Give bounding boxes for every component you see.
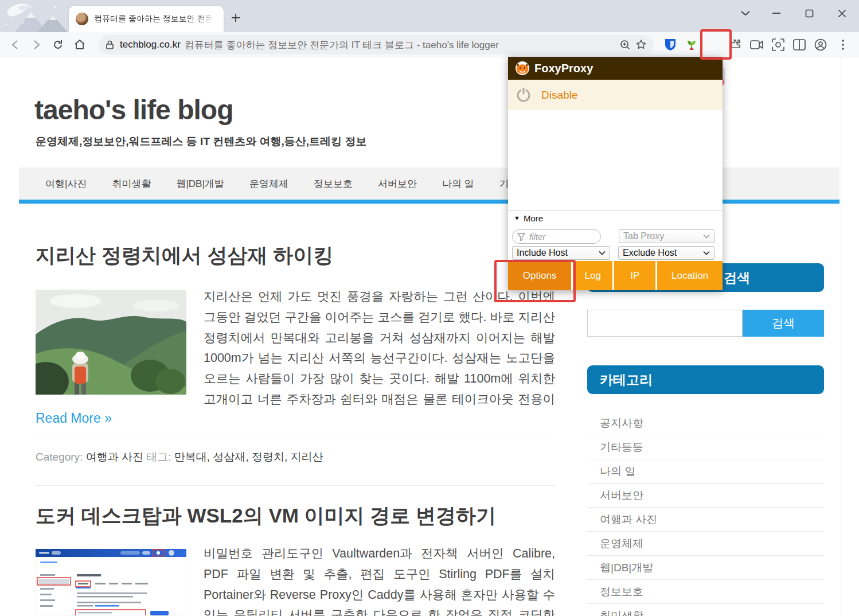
post1-tags[interactable]: 만복대, 성삼재, 정령치, 지리산 <box>174 451 323 463</box>
zoom-in-icon[interactable] <box>620 40 631 50</box>
post1-read-more-link[interactable]: Read More » <box>36 411 112 426</box>
back-button[interactable] <box>6 35 25 54</box>
home-button[interactable] <box>70 35 89 54</box>
chevron-down-icon <box>599 251 606 255</box>
screenshot-icon[interactable] <box>768 35 788 54</box>
split-screen-icon[interactable] <box>790 35 809 54</box>
reload-button[interactable] <box>48 35 68 54</box>
category-item-notice[interactable]: 공지사항 <box>587 411 824 435</box>
category-label: Category: <box>36 451 83 463</box>
theme-art-decoration <box>0 0 68 32</box>
nav-item-os[interactable]: 운영체제 <box>237 177 301 190</box>
search-button[interactable]: 검색 <box>743 310 824 337</box>
blog-tagline: 운영체제,정보보안,워드프레스 등 IT 컨텐츠와 여행,등산,트레킹 정보 <box>36 134 366 149</box>
category-item-os[interactable]: 운영체제 <box>587 532 824 556</box>
mountain-photo <box>36 290 186 395</box>
nav-item-hobby[interactable]: 취미생활 <box>99 177 163 190</box>
post1-title[interactable]: 지리산 정령치에서 성삼재 하이킹 <box>36 242 333 269</box>
url-bar[interactable]: techblog.co.kr 컴퓨터를 좋아하는 정보보안 전문가의 IT 테크… <box>99 35 654 54</box>
filter-input[interactable] <box>528 231 591 242</box>
foxyproxy-popup-header: FoxyProxy <box>508 57 723 80</box>
disable-label: Disable <box>541 89 577 102</box>
chevron-down-icon <box>703 234 710 239</box>
category-item-hobby[interactable]: 취미생활 <box>587 604 824 616</box>
category-item-etc[interactable]: 기타등등 <box>587 435 824 459</box>
nav-item-web-db-dev[interactable]: 웹|DB|개발 <box>163 177 236 190</box>
post1-thumbnail[interactable] <box>36 290 186 395</box>
url-host: techblog.co.kr <box>120 39 181 50</box>
funnel-icon <box>517 233 525 241</box>
post1-excerpt: 지리산은 언제 가도 멋진 풍경을 자랑하는 그런 산이다. 이번엔 그동안 걸… <box>204 287 555 410</box>
tab-favicon <box>76 13 88 25</box>
minimize-button[interactable] <box>764 3 789 23</box>
foxyproxy-popup: FoxyProxy Disable ▼ More Tab Proxy Inclu… <box>508 57 723 290</box>
post1-footer-divider <box>36 438 555 438</box>
chevron-down-icon <box>703 251 710 255</box>
tab-proxy-select[interactable]: Tab Proxy <box>619 229 714 243</box>
search-input[interactable] <box>587 310 743 337</box>
exclude-host-select[interactable]: Exclude Host <box>618 246 714 260</box>
foxyproxy-logo-icon <box>515 61 530 76</box>
profile-avatar-icon[interactable] <box>811 35 830 54</box>
favorites-star-icon[interactable] <box>635 39 647 50</box>
maximize-button[interactable] <box>796 3 822 23</box>
ip-button[interactable]: IP <box>614 261 655 290</box>
post1-meta: Category: 여행과 사진 태그: 만복대, 성삼재, 정령치, 지리산 <box>36 450 323 465</box>
new-tab-button[interactable] <box>228 10 243 25</box>
post2-thumbnail[interactable] <box>36 549 186 615</box>
more-label: More <box>524 213 543 223</box>
post2-excerpt: 비밀번호 관리도구인 Vaultwarden과 전자책 서버인 Calibre,… <box>204 544 555 616</box>
plant-extension-icon[interactable] <box>682 35 701 54</box>
annotation-box-foxyproxy-icon <box>700 29 732 60</box>
include-host-select[interactable]: Include Host <box>512 246 610 260</box>
tab-search-chevron-icon[interactable] <box>733 3 758 23</box>
lock-icon <box>106 40 114 50</box>
category-list: 공지사항 기타등등 나의 일 서버보안 여행과 사진 운영체제 웹|DB|개발 … <box>587 411 824 616</box>
url-page-title: 컴퓨터를 좋아하는 정보보안 전문가의 IT 테크 블로그 - taeho's … <box>185 38 615 52</box>
annotation-box-options-button <box>494 260 576 302</box>
more-toggle[interactable]: ▼ More <box>508 210 723 225</box>
browser-menu-dots-icon[interactable] <box>833 35 853 54</box>
tags-label: 태그: <box>146 451 171 463</box>
category-item-my-work[interactable]: 나의 일 <box>587 459 824 484</box>
more-arrow-icon: ▼ <box>514 215 520 221</box>
bitwarden-extension-icon[interactable] <box>661 35 680 54</box>
browser-tab[interactable]: 컴퓨터를 좋아하는 정보보안 전문 <box>69 6 224 32</box>
close-window-button[interactable] <box>829 3 854 23</box>
category-header-label: 카테고리 <box>600 371 653 389</box>
filter-field[interactable] <box>512 229 601 244</box>
post-separator <box>36 485 555 486</box>
search-header-label: 검색 <box>724 269 750 287</box>
forward-button[interactable] <box>26 35 46 54</box>
tab-title: 컴퓨터를 좋아하는 정보보안 전문 <box>94 14 214 24</box>
blog-title[interactable]: taeho's life blog <box>34 94 233 126</box>
tab-strip: 컴퓨터를 좋아하는 정보보안 전문 <box>0 0 859 32</box>
page-right-edge <box>841 57 841 616</box>
nav-item-server-security[interactable]: 서버보안 <box>365 177 430 190</box>
foxyproxy-popup-title: FoxyProxy <box>534 62 593 75</box>
category-item-web-db-dev[interactable]: 웹|DB|개발 <box>587 556 824 580</box>
post1-category-link[interactable]: 여행과 사진 <box>86 451 143 463</box>
category-item-server-security[interactable]: 서버보안 <box>587 484 824 508</box>
sidebar-search: 검색 <box>587 310 824 337</box>
disable-row[interactable]: Disable <box>508 80 723 110</box>
include-host-label: Include Host <box>517 248 568 258</box>
exclude-host-label: Exclude Host <box>623 248 677 258</box>
sidebar-category-header: 카테고리 <box>587 365 824 394</box>
location-button[interactable]: Location <box>657 261 723 290</box>
page-content: taeho's life blog 운영체제,정보보안,워드프레스 등 IT 컨… <box>0 57 859 616</box>
post2-title[interactable]: 도커 데스크탑과 WSL2의 VM 이미지 경로 변경하기 <box>36 502 496 529</box>
tab-proxy-label: Tab Proxy <box>623 231 664 241</box>
category-item-travel-photo[interactable]: 여행과 사진 <box>587 508 824 532</box>
category-item-infosec[interactable]: 정보보호 <box>587 580 824 604</box>
nav-item-my-work[interactable]: 나의 일 <box>430 177 487 190</box>
power-icon <box>515 87 532 104</box>
docker-settings-screenshot <box>36 549 186 615</box>
browser-window: 컴퓨터를 좋아하는 정보보안 전문 <box>0 0 859 616</box>
nav-item-infosec[interactable]: 정보보호 <box>301 177 365 190</box>
log-button[interactable]: Log <box>573 261 612 290</box>
nav-item-travel-photo[interactable]: 여행|사진 <box>33 177 99 190</box>
video-capture-icon[interactable] <box>747 35 767 54</box>
